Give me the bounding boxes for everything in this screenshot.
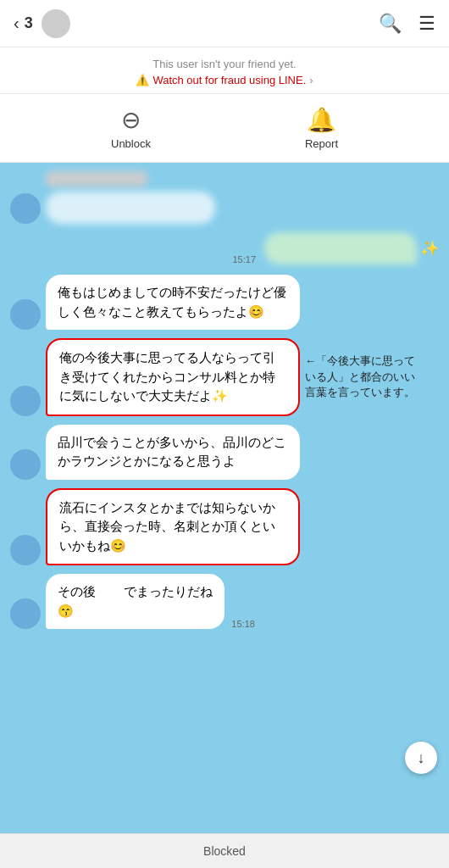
action-buttons-row: ⊖ Unblock 🔔 Report bbox=[0, 94, 449, 163]
highlighted-message-bubble-2: 流石にインスタとかまでは知らないから、直接会った時、名刺とか頂くといいかもね😊 bbox=[46, 488, 300, 566]
list-item: 品川で会うことが多いから、品川のどこかラウンジとかになると思うよ bbox=[10, 425, 439, 480]
report-label: Report bbox=[305, 137, 338, 150]
annotation-text: ←「今後大事に思っている人」と都合のいい言葉を言っています。 bbox=[305, 353, 415, 400]
warning-banner: This user isn't your friend yet. ⚠️ Watc… bbox=[0, 47, 449, 94]
sender-avatar bbox=[10, 535, 41, 565]
timestamp-1517: 15:17 bbox=[232, 254, 256, 264]
scroll-down-icon: ↓ bbox=[418, 749, 425, 767]
unblock-button[interactable]: ⊖ Unblock bbox=[111, 106, 151, 150]
table-row bbox=[10, 171, 439, 224]
sender-avatar bbox=[10, 598, 41, 629]
header-left: ‹ 3 bbox=[14, 9, 70, 38]
message-bubble: その後 でまったりだね😙 bbox=[46, 574, 224, 629]
timestamp-1518: 15:18 bbox=[231, 619, 255, 629]
chat-header: ‹ 3 🔍 ☰ bbox=[0, 0, 449, 47]
search-icon[interactable]: 🔍 bbox=[379, 13, 402, 35]
unblock-icon: ⊖ bbox=[121, 106, 141, 134]
blurred-name bbox=[46, 171, 147, 186]
report-icon: 🔔 bbox=[307, 106, 336, 134]
list-item: 俺もはじめましての時不安だったけど優しく色々なこと教えてもらったよ😊 bbox=[10, 275, 439, 330]
fraud-warning[interactable]: ⚠️ Watch out for fraud using LINE. › bbox=[17, 74, 432, 86]
blocked-status-bar: Blocked bbox=[0, 833, 449, 868]
not-friend-text: This user isn't your friend yet. bbox=[17, 58, 432, 70]
sender-avatar bbox=[10, 193, 41, 224]
unblock-label: Unblock bbox=[111, 137, 151, 150]
highlighted-message-bubble: 俺の今後大事に思ってる人ならって引き受けてくれたからコンサル料とか特に気にしない… bbox=[46, 338, 300, 416]
report-button[interactable]: 🔔 Report bbox=[305, 106, 338, 150]
chat-area: 15:17 ✨ 俺もはじめましての時不安だったけど優しく色々なこと教えてもらった… bbox=[0, 163, 449, 833]
blurred-message bbox=[46, 192, 215, 224]
fraud-arrow-icon: › bbox=[309, 74, 313, 86]
avatar bbox=[42, 9, 70, 38]
menu-icon[interactable]: ☰ bbox=[419, 13, 435, 35]
message-bubble: 品川で会うことが多いから、品川のどこかラウンジとかになると思うよ bbox=[46, 425, 300, 480]
message-bubble: 俺もはじめましての時不安だったけど優しく色々なこと教えてもらったよ😊 bbox=[46, 275, 300, 330]
sender-avatar bbox=[10, 386, 41, 416]
fraud-text: Watch out for fraud using LINE. bbox=[152, 74, 306, 86]
blurred-sent-message bbox=[264, 232, 417, 264]
sender-avatar bbox=[10, 299, 41, 330]
header-right: 🔍 ☰ bbox=[379, 13, 435, 35]
sparkle-icon: ✨ bbox=[420, 239, 439, 258]
scroll-down-button[interactable]: ↓ bbox=[405, 742, 437, 774]
sender-avatar bbox=[10, 449, 41, 480]
back-icon[interactable]: ‹ bbox=[14, 14, 19, 33]
blocked-text: Blocked bbox=[203, 844, 246, 858]
warning-icon: ⚠️ bbox=[136, 74, 149, 86]
back-count[interactable]: 3 bbox=[25, 14, 33, 32]
